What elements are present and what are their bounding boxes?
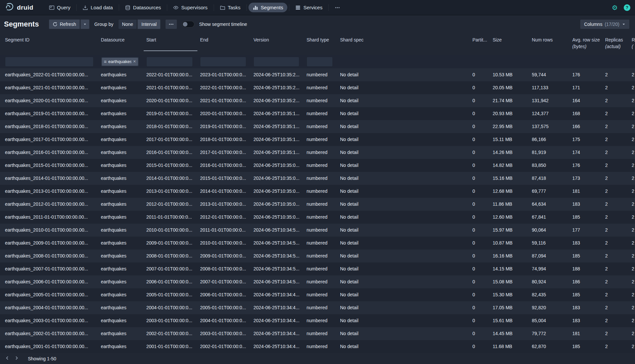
druid-logo[interactable]: druid xyxy=(5,3,34,13)
filter-input-shard_type[interactable] xyxy=(307,57,333,67)
nav-item-supervisors[interactable]: Supervisors xyxy=(169,3,212,12)
cell-replicas: 2 xyxy=(602,107,629,120)
cell-num_rows: 79,772 xyxy=(529,327,570,340)
group-by-none-button[interactable]: None xyxy=(118,19,137,29)
next-page-button[interactable] xyxy=(12,354,21,363)
cell-avg_row_size: 164 xyxy=(570,94,602,107)
services-icon xyxy=(295,5,301,10)
table-row[interactable]: earthquakes_2009-01-01T00:00:00.00...ear… xyxy=(0,237,635,250)
filter-tag-remove-icon[interactable]: ✕ xyxy=(133,60,136,63)
help-icon[interactable]: ? xyxy=(624,4,630,11)
main-nav: QueryLoad dataDatasourcesSupervisorsTask… xyxy=(45,0,344,15)
table-row[interactable]: earthquakes_2013-01-01T00:00:00.00...ear… xyxy=(0,185,635,198)
column-header-size[interactable]: Size xyxy=(490,37,529,51)
cell-version: 2024-06-25T10:34:4... xyxy=(251,340,304,353)
table-row[interactable]: earthquakes_2012-01-01T00:00:00.00...ear… xyxy=(0,198,635,211)
cell-partition: 0 xyxy=(470,301,490,314)
nav-item-load-data[interactable]: Load data xyxy=(78,3,117,12)
cell-version: 2024-06-25T10:34:5... xyxy=(251,275,304,288)
column-header-partition[interactable]: Partit... xyxy=(470,37,490,51)
cell-size: 15.61 MB xyxy=(490,314,529,327)
column-header-num_rows[interactable]: Num rows xyxy=(529,37,570,51)
filter-input-start[interactable] xyxy=(146,57,193,67)
chevron-left-icon xyxy=(5,355,10,362)
cell-size: 21.74 MB xyxy=(490,94,529,107)
table-row[interactable]: earthquakes_2015-01-01T00:00:00.00...ear… xyxy=(0,159,635,172)
cell-replicas: 2 xyxy=(602,120,629,133)
cell-end: 2018-01-01T00:00:0... xyxy=(197,133,251,146)
table-row[interactable]: earthquakes_2018-01-01T00:00:00.00...ear… xyxy=(0,120,635,133)
nav-item-services[interactable]: Services xyxy=(291,3,327,12)
cell-avg_row_size: 186 xyxy=(570,275,602,288)
column-header-segment_id[interactable]: Segment ID xyxy=(0,37,98,51)
table-row[interactable]: earthquakes_2007-01-01T00:00:00.00...ear… xyxy=(0,262,635,275)
cell-start: 2003-01-01T00:00:0... xyxy=(144,314,197,327)
cell-start: 2002-01-01T00:00:0... xyxy=(144,327,197,340)
table-row[interactable]: earthquakes_2016-01-01T00:00:00.00...ear… xyxy=(0,146,635,159)
nav-item-datasources[interactable]: Datasources xyxy=(121,3,165,12)
cell-version: 2024-06-25T10:34:5... xyxy=(251,250,304,262)
columns-button[interactable]: Columns (17/20) xyxy=(580,19,630,29)
cell-start: 2021-01-01T00:00:0... xyxy=(144,81,197,94)
column-header-avg_row_size[interactable]: Avg. row size(bytes) xyxy=(570,37,602,51)
table-row[interactable]: earthquakes_2001-01-01T00:00:00.00...ear… xyxy=(0,340,635,353)
table-row[interactable]: earthquakes_2011-01-01T00:00:00.00...ear… xyxy=(0,211,635,224)
cell-version: 2024-06-25T10:34:4... xyxy=(251,301,304,314)
cell-version: 2024-06-25T10:35:1... xyxy=(251,146,304,159)
cell-shard_type: numbered xyxy=(304,94,337,107)
column-label: Num rows xyxy=(532,37,570,42)
filter-input-version[interactable] xyxy=(253,57,299,67)
table-row[interactable]: earthquakes_2002-01-01T00:00:00.00...ear… xyxy=(0,327,635,340)
column-header-shard_spec[interactable]: Shard spec xyxy=(337,37,470,51)
table-row[interactable]: earthquakes_2020-01-01T00:00:00.00...ear… xyxy=(0,94,635,107)
segment-timeline-toggle[interactable] xyxy=(182,21,194,28)
cell-replicas: 2 xyxy=(602,198,629,211)
cell-partition: 0 xyxy=(470,172,490,185)
filter-cell-end xyxy=(197,57,251,67)
nav-item-query[interactable]: Query xyxy=(45,3,75,12)
column-header-version[interactable]: Version xyxy=(251,37,304,51)
nav-item-more[interactable] xyxy=(330,3,344,12)
more-options-button[interactable] xyxy=(165,19,177,29)
page-title: Segments xyxy=(4,20,39,29)
caret-down-icon xyxy=(622,22,626,26)
cell-shard_spec: No detail xyxy=(337,120,470,133)
table-row[interactable]: earthquakes_2005-01-01T00:00:00.00...ear… xyxy=(0,288,635,301)
gear-icon[interactable]: ⚙ xyxy=(612,4,618,11)
table-row[interactable]: earthquakes_2004-01-01T00:00:00.00...ear… xyxy=(0,301,635,314)
table-row[interactable]: earthquakes_2019-01-01T00:00:00.00...ear… xyxy=(0,107,635,120)
cell-start: 2009-01-01T00:00:0... xyxy=(144,237,197,250)
column-header-replication[interactable]: Re( xyxy=(629,37,635,51)
table-row[interactable]: earthquakes_2021-01-01T00:00:00.00...ear… xyxy=(0,81,635,94)
cell-shard_spec: No detail xyxy=(337,327,470,340)
refresh-button[interactable]: Refresh xyxy=(49,19,80,29)
cell-segment_id: earthquakes_2017-01-01T00:00:00.00... xyxy=(0,133,98,146)
table-row[interactable]: earthquakes_2006-01-01T00:00:00.00...ear… xyxy=(0,275,635,288)
cell-replication: 2 xyxy=(629,159,635,172)
column-header-end[interactable]: End xyxy=(197,37,251,51)
table-row[interactable]: earthquakes_2022-01-01T00:00:00.00...ear… xyxy=(0,68,635,81)
table-row[interactable]: earthquakes_2017-01-01T00:00:00.00...ear… xyxy=(0,133,635,146)
group-by-interval-button[interactable]: Interval xyxy=(137,19,161,29)
column-header-start[interactable]: Start xyxy=(144,37,197,51)
table-row[interactable]: earthquakes_2003-01-01T00:00:00.00...ear… xyxy=(0,314,635,327)
table-row[interactable]: earthquakes_2008-01-01T00:00:00.00...ear… xyxy=(0,250,635,262)
filter-input-datasource[interactable]: ≡earthquakes✕ xyxy=(101,57,139,67)
nav-item-tasks[interactable]: Tasks xyxy=(216,3,245,12)
column-header-datasource[interactable]: Datasource xyxy=(98,37,144,51)
cell-replication: 2 xyxy=(629,275,635,288)
cell-version: 2024-06-25T10:35:0... xyxy=(251,211,304,224)
column-header-shard_type[interactable]: Shard type xyxy=(304,37,337,51)
filter-input-segment_id[interactable] xyxy=(5,57,94,67)
table-row[interactable]: earthquakes_2010-01-01T00:00:00.00...ear… xyxy=(0,224,635,237)
filter-input-end[interactable] xyxy=(200,57,246,67)
druid-console: druid QueryLoad dataDatasourcesSuperviso… xyxy=(0,0,635,364)
previous-page-button[interactable] xyxy=(3,354,12,363)
refresh-dropdown-button[interactable] xyxy=(80,19,90,29)
column-header-replicas[interactable]: Replicas(actual) xyxy=(602,37,629,51)
table-row[interactable]: earthquakes_2014-01-01T00:00:00.00...ear… xyxy=(0,172,635,185)
cell-shard_type: numbered xyxy=(304,314,337,327)
nav-item-segments[interactable]: Segments xyxy=(248,3,288,12)
cell-segment_id: earthquakes_2012-01-01T00:00:00.00... xyxy=(0,198,98,211)
cell-partition: 0 xyxy=(470,185,490,198)
